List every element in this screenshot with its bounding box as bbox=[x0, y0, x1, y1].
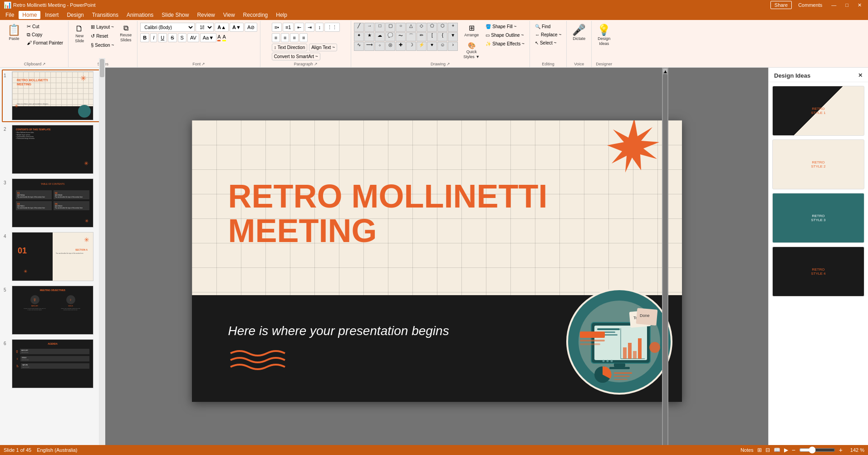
layout-button[interactable]: ⊞ Layout ~ bbox=[88, 23, 116, 31]
highlight-color-button[interactable]: A bbox=[222, 34, 226, 41]
align-left-button[interactable]: ≡ bbox=[272, 33, 280, 42]
shape-diamond[interactable]: ◇ bbox=[417, 23, 427, 32]
change-case-button[interactable]: Aa▼ bbox=[200, 33, 216, 42]
shape-connector[interactable]: ⟶ bbox=[364, 42, 374, 51]
font-family-select[interactable]: Calibri (Body) bbox=[140, 23, 195, 32]
shape-donut[interactable]: ◎ bbox=[385, 42, 395, 51]
drawing-expand-icon[interactable]: ↗ bbox=[446, 62, 450, 66]
design-idea-2[interactable]: RETROSTYLE 2 bbox=[772, 139, 864, 189]
shape-more[interactable]: ▼ bbox=[448, 32, 458, 41]
shape-triangle[interactable]: △ bbox=[406, 23, 416, 32]
shape-rounded-rect[interactable]: ▢ bbox=[385, 23, 395, 32]
slide-title[interactable]: RETRO MOLLINETTI MEETING bbox=[228, 179, 548, 248]
reuse-slides-button[interactable]: ⧉ ReuseSlides bbox=[117, 23, 134, 45]
shape-plus[interactable]: + bbox=[448, 23, 458, 32]
reading-view-icon[interactable]: 📖 bbox=[774, 447, 780, 453]
slide-subtitle[interactable]: Here is where your presentation begins bbox=[228, 324, 449, 338]
char-spacing-button[interactable]: AV bbox=[187, 33, 199, 42]
notes-button[interactable]: Notes bbox=[740, 447, 754, 453]
shape-rect[interactable]: □ bbox=[375, 23, 385, 32]
arrange-button[interactable]: ⊞ Arrange bbox=[461, 23, 482, 40]
zoom-minus[interactable]: − bbox=[792, 446, 795, 454]
shape-chevron[interactable]: › bbox=[448, 42, 458, 51]
paragraph-expand-icon[interactable]: ↗ bbox=[314, 62, 318, 66]
slide-thumb-4[interactable]: 4 01 SECTION A You can describe the topi… bbox=[2, 230, 103, 283]
font-clear-button[interactable]: A⊘ bbox=[245, 23, 257, 32]
align-text-button[interactable]: Align Text ~ bbox=[309, 44, 337, 51]
find-button[interactable]: 🔍 Find bbox=[533, 23, 564, 30]
normal-view-icon[interactable]: ⊞ bbox=[757, 447, 762, 453]
menu-insert[interactable]: Insert bbox=[41, 11, 62, 19]
design-ideas-button[interactable]: 💡 DesignIdeas bbox=[594, 23, 613, 48]
shape-outline-button[interactable]: ▭ Shape Outline ~ bbox=[483, 31, 527, 39]
slide-thumb-2[interactable]: 2 CONTENTS OF THIS TEMPLATE • Retro Moll… bbox=[2, 123, 103, 176]
shape-line[interactable]: ╱ bbox=[354, 23, 364, 32]
strikethrough-button[interactable]: S bbox=[168, 33, 177, 42]
align-center-button[interactable]: ≡ bbox=[281, 33, 289, 42]
shape-cloud[interactable]: ☁ bbox=[375, 32, 385, 41]
shape-hexagon[interactable]: ⬡ bbox=[437, 23, 447, 32]
new-slide-button[interactable]: 🗋 NewSlide bbox=[71, 23, 88, 45]
comments-button[interactable]: Comments bbox=[795, 1, 825, 9]
shape-freeform[interactable]: ✏ bbox=[417, 32, 427, 41]
shape-wave[interactable]: 〜 bbox=[396, 32, 406, 41]
shape-heart[interactable]: ♥ bbox=[427, 42, 437, 51]
align-right-button[interactable]: ≡ bbox=[290, 33, 298, 42]
slide-sorter-icon[interactable]: ⊟ bbox=[765, 447, 770, 453]
menu-view[interactable]: View bbox=[220, 11, 239, 19]
shadow-button[interactable]: S bbox=[178, 33, 186, 42]
font-expand-icon[interactable]: ↗ bbox=[201, 62, 205, 66]
cut-button[interactable]: ✂ Cut bbox=[25, 23, 65, 30]
design-idea-1[interactable]: RETROSTYLE 1 bbox=[772, 86, 864, 136]
increase-indent-button[interactable]: ⇥ bbox=[305, 23, 314, 32]
shape-oval[interactable]: ○ bbox=[396, 23, 406, 32]
minimize-button[interactable]: — bbox=[829, 2, 839, 8]
canvas-vscrollbar[interactable]: ▲ ▼ bbox=[662, 68, 668, 455]
shape-arrow[interactable]: → bbox=[364, 23, 374, 32]
font-grow-button[interactable]: A▲ bbox=[215, 23, 229, 32]
bullets-button[interactable]: ≡• bbox=[272, 23, 282, 32]
shape-effects-button[interactable]: ✨ Shape Effects ~ bbox=[483, 40, 527, 48]
shape-star4[interactable]: ✦ bbox=[354, 32, 364, 41]
design-idea-3[interactable]: RETROSTYLE 3 bbox=[772, 193, 864, 243]
menu-transitions[interactable]: Transitions bbox=[88, 11, 122, 19]
replace-button[interactable]: ↔ Replace ~ bbox=[533, 31, 564, 39]
shape-lightning[interactable]: ⚡ bbox=[417, 42, 427, 51]
main-slide[interactable]: RETRO MOLLINETTI MEETING Here is where y… bbox=[192, 120, 682, 402]
shape-brace[interactable]: { bbox=[437, 32, 447, 41]
shape-callout[interactable]: 💬 bbox=[385, 32, 395, 41]
shape-bracket[interactable]: [ bbox=[427, 32, 437, 41]
decrease-indent-button[interactable]: ⇤ bbox=[294, 23, 304, 32]
shape-cross[interactable]: ✚ bbox=[396, 42, 406, 51]
shape-pentagon[interactable]: ⬠ bbox=[427, 23, 437, 32]
clipboard-expand-icon[interactable]: ↗ bbox=[42, 62, 46, 66]
reset-button[interactable]: ↺ Reset bbox=[88, 32, 116, 40]
text-direction-button[interactable]: ↕ Text Direction bbox=[272, 44, 308, 51]
menu-slide-show[interactable]: Slide Show bbox=[158, 11, 192, 19]
convert-smartart-button[interactable]: Convert to SmartArt ~ bbox=[272, 53, 320, 60]
font-shrink-button[interactable]: A▼ bbox=[230, 23, 244, 32]
select-button[interactable]: ↖ Select ~ bbox=[533, 39, 564, 47]
shape-smiley[interactable]: ☺ bbox=[437, 42, 447, 51]
shape-moon[interactable]: ☽ bbox=[406, 42, 416, 51]
font-color-button[interactable]: A bbox=[217, 34, 221, 41]
design-idea-4[interactable]: RETROSTYLE 4 bbox=[772, 247, 864, 297]
menu-recording[interactable]: Recording bbox=[240, 11, 272, 19]
menu-animations[interactable]: Animations bbox=[123, 11, 157, 19]
shape-fill-button[interactable]: 🪣 Shape Fill ~ bbox=[483, 23, 527, 30]
slide-thumb-6[interactable]: 6 AGENDA ☿ MERCURYItem text here ♀ VENUS… bbox=[2, 337, 103, 390]
justify-button[interactable]: ≡ bbox=[299, 33, 308, 42]
slideshow-icon[interactable]: ▶ bbox=[784, 447, 788, 453]
format-painter-button[interactable]: 🖌 Format Painter bbox=[25, 39, 65, 47]
bold-button[interactable]: B bbox=[140, 33, 149, 42]
maximize-button[interactable]: □ bbox=[843, 2, 851, 8]
italic-button[interactable]: I bbox=[150, 33, 157, 42]
section-button[interactable]: § Section ~ bbox=[88, 41, 116, 49]
share-button[interactable]: Share bbox=[770, 1, 792, 9]
shape-notch[interactable]: ⬦ bbox=[375, 42, 385, 51]
zoom-plus[interactable]: + bbox=[839, 446, 843, 454]
slide-thumb-3[interactable]: 3 TABLE OF CONTENTS 01SECTION AYou can d… bbox=[2, 177, 103, 229]
menu-design[interactable]: Design bbox=[63, 11, 87, 19]
slide-panel-scrollbar[interactable] bbox=[99, 68, 105, 445]
font-size-select[interactable]: 18 bbox=[196, 23, 214, 32]
